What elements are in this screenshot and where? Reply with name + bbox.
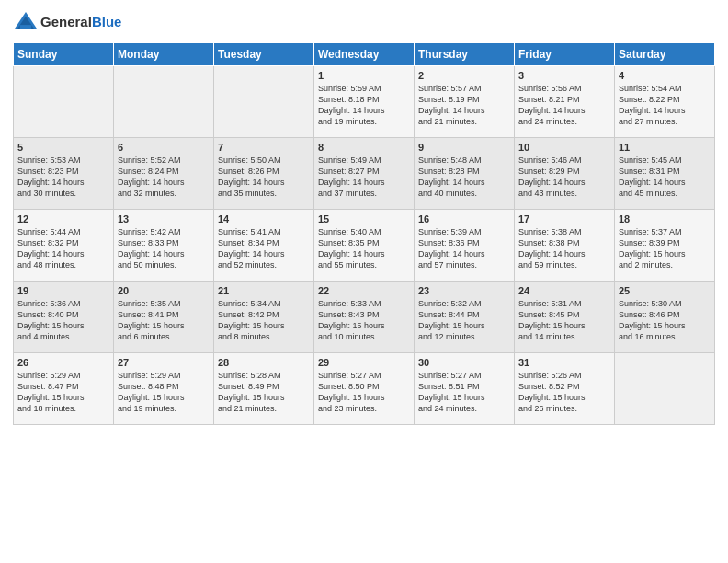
cell-info: Sunrise: 5:26 AM Sunset: 8:52 PM Dayligh… bbox=[518, 370, 610, 415]
day-number: 30 bbox=[418, 357, 510, 368]
day-number: 13 bbox=[118, 213, 210, 224]
calendar-week-2: 5Sunrise: 5:53 AM Sunset: 8:23 PM Daylig… bbox=[14, 138, 715, 210]
day-number: 11 bbox=[619, 142, 711, 153]
calendar-cell: 9Sunrise: 5:48 AM Sunset: 8:28 PM Daylig… bbox=[415, 138, 515, 210]
calendar-cell bbox=[214, 66, 314, 138]
page: GeneralBlue SundayMondayTuesdayWednesday… bbox=[0, 0, 728, 563]
calendar-cell: 27Sunrise: 5:29 AM Sunset: 8:48 PM Dayli… bbox=[114, 353, 214, 425]
cell-info: Sunrise: 5:30 AM Sunset: 8:46 PM Dayligh… bbox=[619, 298, 711, 343]
calendar-cell: 10Sunrise: 5:46 AM Sunset: 8:29 PM Dayli… bbox=[515, 138, 615, 210]
calendar-cell: 31Sunrise: 5:26 AM Sunset: 8:52 PM Dayli… bbox=[515, 353, 615, 425]
cell-info: Sunrise: 5:31 AM Sunset: 8:45 PM Dayligh… bbox=[518, 298, 610, 343]
day-number: 3 bbox=[518, 70, 610, 81]
calendar-cell: 30Sunrise: 5:27 AM Sunset: 8:51 PM Dayli… bbox=[415, 353, 515, 425]
cell-info: Sunrise: 5:59 AM Sunset: 8:18 PM Dayligh… bbox=[318, 83, 410, 128]
day-number: 7 bbox=[218, 142, 310, 153]
cell-info: Sunrise: 5:38 AM Sunset: 8:38 PM Dayligh… bbox=[518, 226, 610, 271]
calendar-week-4: 19Sunrise: 5:36 AM Sunset: 8:40 PM Dayli… bbox=[14, 282, 715, 353]
day-number: 31 bbox=[518, 357, 610, 368]
cell-info: Sunrise: 5:29 AM Sunset: 8:48 PM Dayligh… bbox=[118, 370, 210, 415]
calendar-cell: 16Sunrise: 5:39 AM Sunset: 8:36 PM Dayli… bbox=[415, 210, 515, 282]
cell-info: Sunrise: 5:37 AM Sunset: 8:39 PM Dayligh… bbox=[619, 226, 711, 271]
calendar-cell: 15Sunrise: 5:40 AM Sunset: 8:35 PM Dayli… bbox=[314, 210, 415, 282]
calendar-week-3: 12Sunrise: 5:44 AM Sunset: 8:32 PM Dayli… bbox=[14, 210, 715, 282]
day-number: 17 bbox=[518, 213, 610, 224]
calendar-cell: 2Sunrise: 5:57 AM Sunset: 8:19 PM Daylig… bbox=[415, 66, 515, 138]
calendar-cell: 20Sunrise: 5:35 AM Sunset: 8:41 PM Dayli… bbox=[114, 282, 214, 353]
cell-info: Sunrise: 5:28 AM Sunset: 8:49 PM Dayligh… bbox=[218, 370, 310, 415]
weekday-header-sunday: Sunday bbox=[14, 43, 114, 66]
calendar-cell: 17Sunrise: 5:38 AM Sunset: 8:38 PM Dayli… bbox=[515, 210, 615, 282]
cell-info: Sunrise: 5:53 AM Sunset: 8:23 PM Dayligh… bbox=[17, 155, 109, 200]
cell-info: Sunrise: 5:39 AM Sunset: 8:36 PM Dayligh… bbox=[418, 226, 510, 271]
cell-info: Sunrise: 5:49 AM Sunset: 8:27 PM Dayligh… bbox=[318, 155, 410, 200]
day-number: 6 bbox=[118, 142, 210, 153]
logo-text: GeneralBlue bbox=[40, 15, 121, 30]
logo-icon bbox=[13, 9, 39, 35]
calendar-week-5: 26Sunrise: 5:29 AM Sunset: 8:47 PM Dayli… bbox=[14, 353, 715, 425]
calendar-cell: 18Sunrise: 5:37 AM Sunset: 8:39 PM Dayli… bbox=[615, 210, 715, 282]
cell-info: Sunrise: 5:40 AM Sunset: 8:35 PM Dayligh… bbox=[318, 226, 410, 271]
cell-info: Sunrise: 5:56 AM Sunset: 8:21 PM Dayligh… bbox=[518, 83, 610, 128]
calendar-cell: 5Sunrise: 5:53 AM Sunset: 8:23 PM Daylig… bbox=[14, 138, 114, 210]
day-number: 9 bbox=[418, 142, 510, 153]
calendar-cell: 29Sunrise: 5:27 AM Sunset: 8:50 PM Dayli… bbox=[314, 353, 415, 425]
calendar-cell: 14Sunrise: 5:41 AM Sunset: 8:34 PM Dayli… bbox=[214, 210, 314, 282]
cell-info: Sunrise: 5:44 AM Sunset: 8:32 PM Dayligh… bbox=[17, 226, 109, 271]
calendar-cell: 23Sunrise: 5:32 AM Sunset: 8:44 PM Dayli… bbox=[415, 282, 515, 353]
cell-info: Sunrise: 5:57 AM Sunset: 8:19 PM Dayligh… bbox=[418, 83, 510, 128]
calendar-cell: 1Sunrise: 5:59 AM Sunset: 8:18 PM Daylig… bbox=[314, 66, 415, 138]
day-number: 24 bbox=[518, 285, 610, 296]
cell-info: Sunrise: 5:45 AM Sunset: 8:31 PM Dayligh… bbox=[619, 155, 711, 200]
cell-info: Sunrise: 5:50 AM Sunset: 8:26 PM Dayligh… bbox=[218, 155, 310, 200]
day-number: 10 bbox=[518, 142, 610, 153]
day-number: 8 bbox=[318, 142, 410, 153]
logo: GeneralBlue bbox=[13, 9, 121, 35]
day-number: 21 bbox=[218, 285, 310, 296]
day-number: 19 bbox=[17, 285, 109, 296]
calendar-week-1: 1Sunrise: 5:59 AM Sunset: 8:18 PM Daylig… bbox=[14, 66, 715, 138]
day-number: 20 bbox=[118, 285, 210, 296]
cell-info: Sunrise: 5:27 AM Sunset: 8:51 PM Dayligh… bbox=[418, 370, 510, 415]
calendar-cell: 24Sunrise: 5:31 AM Sunset: 8:45 PM Dayli… bbox=[515, 282, 615, 353]
day-number: 16 bbox=[418, 213, 510, 224]
calendar-cell bbox=[615, 353, 715, 425]
weekday-header-row: SundayMondayTuesdayWednesdayThursdayFrid… bbox=[14, 43, 715, 66]
calendar-cell: 22Sunrise: 5:33 AM Sunset: 8:43 PM Dayli… bbox=[314, 282, 415, 353]
cell-info: Sunrise: 5:48 AM Sunset: 8:28 PM Dayligh… bbox=[418, 155, 510, 200]
day-number: 15 bbox=[318, 213, 410, 224]
calendar-cell: 6Sunrise: 5:52 AM Sunset: 8:24 PM Daylig… bbox=[114, 138, 214, 210]
calendar-cell: 25Sunrise: 5:30 AM Sunset: 8:46 PM Dayli… bbox=[615, 282, 715, 353]
calendar-cell: 13Sunrise: 5:42 AM Sunset: 8:33 PM Dayli… bbox=[114, 210, 214, 282]
day-number: 23 bbox=[418, 285, 510, 296]
calendar-cell: 7Sunrise: 5:50 AM Sunset: 8:26 PM Daylig… bbox=[214, 138, 314, 210]
calendar-cell: 28Sunrise: 5:28 AM Sunset: 8:49 PM Dayli… bbox=[214, 353, 314, 425]
calendar-cell: 8Sunrise: 5:49 AM Sunset: 8:27 PM Daylig… bbox=[314, 138, 415, 210]
svg-rect-2 bbox=[20, 25, 31, 29]
day-number: 28 bbox=[218, 357, 310, 368]
cell-info: Sunrise: 5:36 AM Sunset: 8:40 PM Dayligh… bbox=[17, 298, 109, 343]
calendar-cell bbox=[114, 66, 214, 138]
day-number: 1 bbox=[318, 70, 410, 81]
calendar-cell: 26Sunrise: 5:29 AM Sunset: 8:47 PM Dayli… bbox=[14, 353, 114, 425]
day-number: 2 bbox=[418, 70, 510, 81]
day-number: 25 bbox=[619, 285, 711, 296]
calendar-cell: 19Sunrise: 5:36 AM Sunset: 8:40 PM Dayli… bbox=[14, 282, 114, 353]
cell-info: Sunrise: 5:27 AM Sunset: 8:50 PM Dayligh… bbox=[318, 370, 410, 415]
calendar-cell bbox=[14, 66, 114, 138]
day-number: 18 bbox=[619, 213, 711, 224]
header: GeneralBlue bbox=[13, 9, 715, 35]
calendar-table: SundayMondayTuesdayWednesdayThursdayFrid… bbox=[13, 42, 715, 425]
calendar-cell: 3Sunrise: 5:56 AM Sunset: 8:21 PM Daylig… bbox=[515, 66, 615, 138]
cell-info: Sunrise: 5:41 AM Sunset: 8:34 PM Dayligh… bbox=[218, 226, 310, 271]
day-number: 29 bbox=[318, 357, 410, 368]
cell-info: Sunrise: 5:32 AM Sunset: 8:44 PM Dayligh… bbox=[418, 298, 510, 343]
day-number: 26 bbox=[17, 357, 109, 368]
cell-info: Sunrise: 5:35 AM Sunset: 8:41 PM Dayligh… bbox=[118, 298, 210, 343]
cell-info: Sunrise: 5:34 AM Sunset: 8:42 PM Dayligh… bbox=[218, 298, 310, 343]
cell-info: Sunrise: 5:42 AM Sunset: 8:33 PM Dayligh… bbox=[118, 226, 210, 271]
cell-info: Sunrise: 5:46 AM Sunset: 8:29 PM Dayligh… bbox=[518, 155, 610, 200]
weekday-header-wednesday: Wednesday bbox=[314, 43, 415, 66]
weekday-header-monday: Monday bbox=[114, 43, 214, 66]
day-number: 12 bbox=[17, 213, 109, 224]
